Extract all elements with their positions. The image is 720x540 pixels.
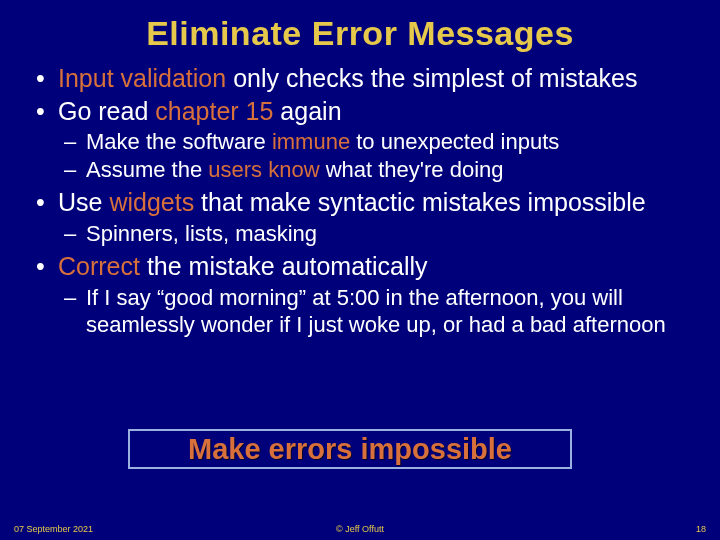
text: that make syntactic mistakes impossible bbox=[194, 188, 646, 216]
highlight: immune bbox=[272, 129, 350, 154]
slide-title: Eliminate Error Messages bbox=[28, 14, 692, 53]
footer-author: © Jeff Offutt bbox=[336, 524, 384, 534]
text: Assume the bbox=[86, 157, 208, 182]
sub-bullet: Make the software immune to unexpected i… bbox=[58, 128, 692, 156]
bullet-4: Correct the mistake automatically If I s… bbox=[28, 251, 692, 339]
sub-bullet: Assume the users know what they're doing bbox=[58, 156, 692, 184]
text: If I say “good morning” at 5:00 in the a… bbox=[86, 285, 666, 338]
highlight: widgets bbox=[109, 188, 194, 216]
bullet-list: Input validation only checks the simples… bbox=[28, 63, 692, 339]
text: Go read bbox=[58, 97, 155, 125]
footer-date: 07 September 2021 bbox=[14, 524, 93, 534]
footer: 07 September 2021 © Jeff Offutt 18 bbox=[0, 524, 720, 534]
text: the mistake automatically bbox=[140, 252, 428, 280]
sub-list: Make the software immune to unexpected i… bbox=[58, 128, 692, 183]
text: Spinners, lists, masking bbox=[86, 221, 317, 246]
highlight: Correct bbox=[58, 252, 140, 280]
callout-text: Make errors impossible bbox=[188, 433, 512, 466]
text: Make the software bbox=[86, 129, 272, 154]
text: only checks the simplest of mistakes bbox=[226, 64, 637, 92]
sub-bullet: Spinners, lists, masking bbox=[58, 220, 692, 248]
sub-bullet: If I say “good morning” at 5:00 in the a… bbox=[58, 284, 692, 339]
sub-list: Spinners, lists, masking bbox=[58, 220, 692, 248]
footer-page: 18 bbox=[696, 524, 706, 534]
callout-box: Make errors impossible bbox=[128, 429, 572, 469]
text: what they're doing bbox=[320, 157, 504, 182]
highlight: Input validation bbox=[58, 64, 226, 92]
sub-list: If I say “good morning” at 5:00 in the a… bbox=[58, 284, 692, 339]
bullet-1: Input validation only checks the simples… bbox=[28, 63, 692, 94]
slide: Eliminate Error Messages Input validatio… bbox=[0, 0, 720, 540]
highlight: chapter 15 bbox=[155, 97, 273, 125]
text: again bbox=[273, 97, 341, 125]
highlight: users know bbox=[208, 157, 319, 182]
bullet-2: Go read chapter 15 again Make the softwa… bbox=[28, 96, 692, 184]
text: to unexpected inputs bbox=[350, 129, 559, 154]
text: Use bbox=[58, 188, 109, 216]
bullet-3: Use widgets that make syntactic mistakes… bbox=[28, 187, 692, 247]
